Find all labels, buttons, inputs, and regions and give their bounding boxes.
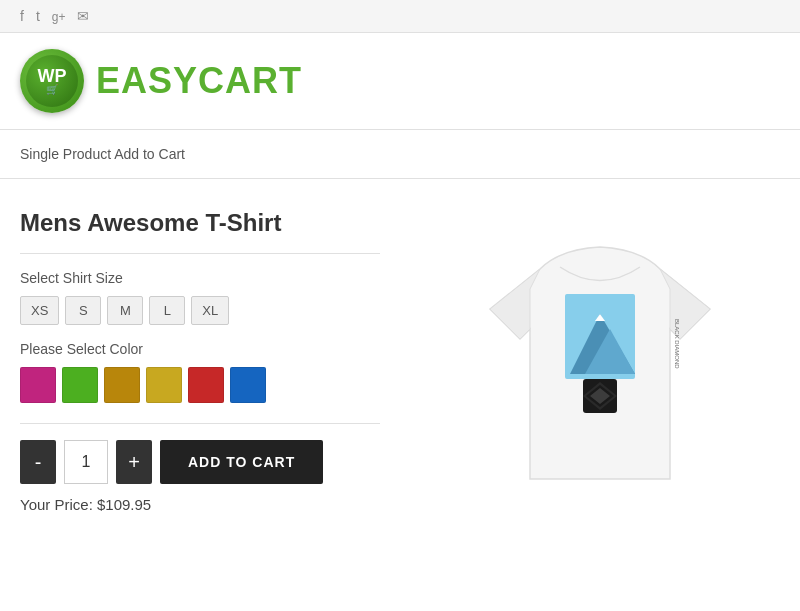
color-swatch-yellow[interactable] <box>146 367 182 403</box>
product-image: BLACK DIAMOND <box>470 219 730 519</box>
divider <box>20 423 380 424</box>
cart-icon: 🛒 <box>46 85 58 95</box>
header: WP 🛒 EASYCART <box>0 33 800 130</box>
color-swatch-green[interactable] <box>62 367 98 403</box>
size-m[interactable]: M <box>107 296 143 325</box>
logo-icon: WP 🛒 <box>20 49 84 113</box>
quantity-decrease-button[interactable]: - <box>20 440 56 484</box>
logo-wp-text: WP <box>38 67 67 85</box>
main-content: Mens Awesome T-Shirt Select Shirt Size X… <box>0 179 800 549</box>
color-swatch-pink[interactable] <box>20 367 56 403</box>
size-label: Select Shirt Size <box>20 270 380 286</box>
size-xs[interactable]: XS <box>20 296 59 325</box>
color-label: Please Select Color <box>20 341 380 357</box>
svg-text:BLACK DIAMOND: BLACK DIAMOND <box>674 319 680 369</box>
logo-cart: CART <box>198 60 302 101</box>
email-icon[interactable]: ✉ <box>77 8 89 24</box>
quantity-increase-button[interactable]: + <box>116 440 152 484</box>
quantity-input[interactable] <box>64 440 108 484</box>
product-image-area: BLACK DIAMOND <box>420 209 780 519</box>
size-xl[interactable]: XL <box>191 296 229 325</box>
price-display: Your Price: $109.95 <box>20 496 380 513</box>
twitter-icon[interactable]: t <box>36 8 40 24</box>
logo-text: EASYCART <box>96 60 302 102</box>
size-buttons: XS S M L XL <box>20 296 380 325</box>
add-to-cart-button[interactable]: ADD TO CART <box>160 440 323 484</box>
product-details: Mens Awesome T-Shirt Select Shirt Size X… <box>20 209 380 519</box>
social-bar: f t g+ ✉ <box>0 0 800 33</box>
size-s[interactable]: S <box>65 296 101 325</box>
breadcrumb-text: Single Product Add to Cart <box>20 146 185 162</box>
breadcrumb: Single Product Add to Cart <box>0 130 800 179</box>
logo-easy: EASY <box>96 60 198 101</box>
color-swatch-brown[interactable] <box>104 367 140 403</box>
color-swatch-blue[interactable] <box>230 367 266 403</box>
size-l[interactable]: L <box>149 296 185 325</box>
logo-container: WP 🛒 EASYCART <box>20 49 302 113</box>
color-swatches <box>20 367 380 403</box>
facebook-icon[interactable]: f <box>20 8 24 24</box>
color-swatch-red[interactable] <box>188 367 224 403</box>
googleplus-icon[interactable]: g+ <box>52 8 66 24</box>
product-title: Mens Awesome T-Shirt <box>20 209 380 254</box>
cart-row: - + ADD TO CART <box>20 440 380 484</box>
